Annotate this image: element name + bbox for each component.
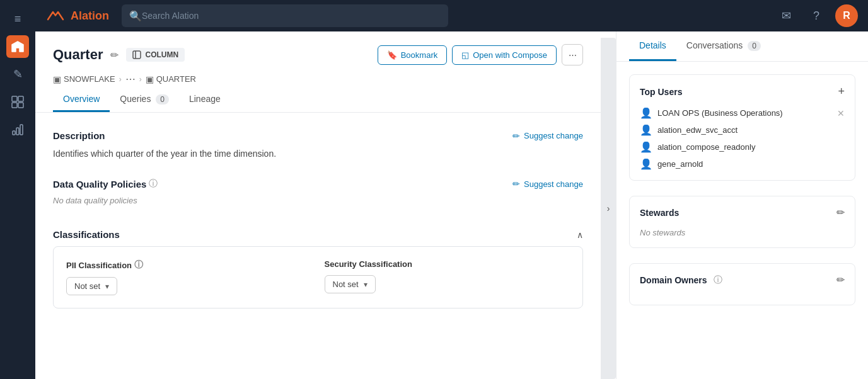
sidebar-home-icon[interactable]: [6, 35, 29, 58]
svg-rect-6: [20, 125, 23, 135]
pii-dropdown[interactable]: Not set ▾: [66, 277, 117, 295]
tab-overview[interactable]: Overview: [53, 88, 110, 112]
sidebar-reports-icon[interactable]: [6, 118, 29, 141]
tab-lineage[interactable]: Lineage: [179, 88, 231, 112]
column-icon: ▣: [146, 74, 154, 84]
page-tabs: Overview Queries 0 Lineage: [53, 88, 583, 112]
page-header: Quarter ✏ COLUMN: [35, 31, 601, 113]
top-users-header: Top Users +: [640, 85, 845, 98]
top-nav: Alation 🔍 ✉ ? R: [35, 0, 868, 31]
expand-handle[interactable]: ›: [601, 38, 616, 379]
column-badge: COLUMN: [126, 48, 185, 62]
sidebar-menu-icon[interactable]: ≡: [6, 8, 29, 30]
breadcrumb-quarter: QUARTER: [156, 74, 196, 84]
pii-dropdown-arrow: ▾: [105, 282, 109, 291]
page-title: Quarter: [53, 47, 103, 63]
stewards-header: Stewards ✏: [640, 206, 845, 218]
data-quality-title: Data Quality Policies: [53, 179, 146, 190]
edit-title-icon[interactable]: ✏: [110, 49, 119, 61]
description-section: Description ✏ Suggest change Identifies …: [53, 130, 583, 161]
svg-rect-3: [18, 103, 23, 108]
user-info: 👤 LOAN OPS (Business Operations): [640, 107, 783, 119]
right-panel-header: Details Conversations 0: [616, 31, 868, 62]
content-area: Quarter ✏ COLUMN: [35, 31, 868, 379]
user-avatar-icon: 👤: [640, 158, 652, 170]
security-classification-item: Security Classification Not set ▾: [325, 259, 570, 295]
user-list: 👤 LOAN OPS (Business Operations) ✕ 👤 ala…: [640, 107, 845, 170]
right-panel-content: Top Users + 👤 LOAN OPS (Business Operati…: [616, 62, 868, 333]
classifications-header[interactable]: Classifications ∧: [53, 223, 583, 246]
page-title-area: Quarter ✏ COLUMN: [53, 47, 185, 63]
stewards-title: Stewards: [640, 208, 679, 218]
avatar[interactable]: R: [835, 4, 858, 27]
description-title: Description: [53, 130, 105, 141]
user-info: 👤 alation_edw_svc_acct: [640, 124, 738, 136]
open-with-compose-button[interactable]: ◱ Open with Compose: [452, 45, 557, 65]
remove-user-icon[interactable]: ✕: [837, 108, 845, 118]
conversations-count: 0: [748, 41, 761, 51]
pii-value: Not set: [74, 281, 100, 291]
pii-classification-label: PII Classification ⓘ: [66, 259, 312, 271]
tab-queries[interactable]: Queries 0: [110, 88, 179, 112]
suggest-edit-icon: ✏: [512, 131, 520, 141]
page-header-top: Quarter ✏ COLUMN: [53, 44, 583, 65]
user-info: 👤 alation_compose_readonly: [640, 141, 755, 153]
classifications-grid: PII Classification ⓘ Not set ▾: [66, 259, 570, 295]
classifications-body: PII Classification ⓘ Not set ▾: [53, 246, 583, 308]
page-header-actions: 🔖 Bookmark ◱ Open with Compose ⋯: [378, 44, 583, 65]
svg-rect-2: [12, 103, 17, 108]
search-bar[interactable]: 🔍: [122, 4, 448, 27]
column-badge-label: COLUMN: [145, 50, 178, 59]
right-panel: Details Conversations 0 Top Users +: [616, 31, 868, 379]
suggest-change-description[interactable]: ✏ Suggest change: [512, 131, 583, 141]
svg-rect-0: [12, 96, 17, 101]
logo: Alation: [45, 9, 109, 23]
search-input[interactable]: [142, 11, 441, 21]
top-users-section: Top Users + 👤 LOAN OPS (Business Operati…: [629, 74, 855, 181]
classifications-section: Classifications ∧ PII Classification ⓘ: [53, 223, 583, 308]
main-panel: Description ✏ Suggest change Identifies …: [35, 113, 601, 379]
user-name: LOAN OPS (Business Operations): [657, 108, 783, 118]
user-avatar-icon: 👤: [640, 107, 652, 119]
user-info: 👤 gene_arnold: [640, 158, 703, 170]
breadcrumb-sep-2: ›: [139, 75, 142, 84]
data-quality-info-icon[interactable]: ⓘ: [149, 178, 158, 190]
right-tab-details[interactable]: Details: [629, 31, 676, 61]
stewards-edit-icon[interactable]: ✏: [836, 206, 845, 218]
security-classification-label: Security Classification: [325, 259, 570, 269]
user-item: 👤 gene_arnold: [640, 158, 845, 170]
top-users-add-icon[interactable]: +: [838, 85, 845, 98]
security-dropdown-arrow: ▾: [364, 280, 367, 289]
svg-rect-4: [13, 131, 15, 135]
svg-rect-5: [16, 128, 19, 135]
mail-icon[interactable]: ✉: [775, 4, 797, 27]
stewards-empty: No stewards: [640, 228, 685, 237]
security-dropdown[interactable]: Not set ▾: [325, 275, 376, 293]
sidebar-catalog-icon[interactable]: [6, 91, 29, 113]
user-name: alation_compose_readonly: [657, 142, 755, 152]
right-tab-conversations[interactable]: Conversations 0: [676, 31, 771, 61]
more-options-button[interactable]: ⋯: [562, 44, 583, 65]
page-content: Quarter ✏ COLUMN: [35, 31, 601, 379]
breadcrumb: ▣ SNOWFLAKE › ⋯ › ▣ QUARTER: [53, 73, 583, 85]
breadcrumb-dots[interactable]: ⋯: [125, 73, 136, 85]
domain-owners-header: Domain Owners ⓘ ✏: [640, 274, 845, 286]
domain-owners-section: Domain Owners ⓘ ✏: [629, 263, 855, 305]
user-avatar-icon: 👤: [640, 141, 652, 153]
bookmark-icon: 🔖: [387, 50, 397, 60]
stewards-section: Stewards ✏ No stewards: [629, 196, 855, 248]
security-value: Not set: [333, 280, 359, 289]
domain-owners-edit-icon[interactable]: ✏: [836, 274, 845, 286]
nav-icons: ✉ ? R: [775, 4, 858, 27]
queries-count: 0: [156, 94, 169, 105]
suggest-change-quality[interactable]: ✏ Suggest change: [512, 179, 583, 189]
breadcrumb-snowflake: SNOWFLAKE: [64, 74, 115, 84]
bookmark-button[interactable]: 🔖 Bookmark: [378, 45, 448, 65]
help-icon[interactable]: ?: [805, 4, 828, 27]
sidebar-compose-icon[interactable]: ✎: [6, 63, 29, 86]
domain-owners-info-icon[interactable]: ⓘ: [714, 274, 722, 286]
svg-rect-7: [133, 51, 141, 59]
breadcrumb-item-snowflake: ▣ SNOWFLAKE: [53, 74, 115, 84]
data-quality-header: Data Quality Policies ⓘ ✏ Suggest change: [53, 178, 583, 190]
pii-info-icon[interactable]: ⓘ: [134, 259, 143, 271]
